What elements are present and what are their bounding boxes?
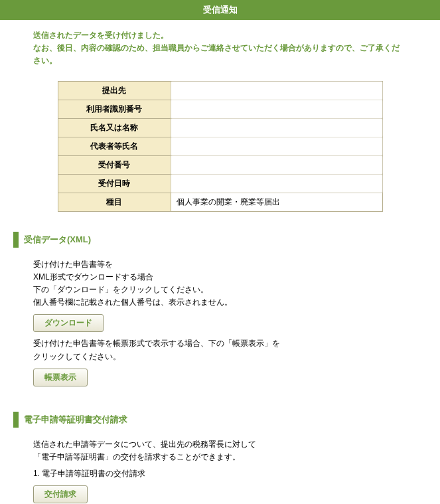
section-xml-body: 受け付けた申告書等を XML形式でダウンロードする場合 下の「ダウンロード」をク… xyxy=(0,258,440,398)
table-row: 受付番号 xyxy=(58,155,382,174)
reception-table: 提出先 利用者識別番号 氏名又は名称 代表者等氏名 受付番号 受付日時 種目 個… xyxy=(58,81,383,212)
table-label: 受付番号 xyxy=(58,155,171,174)
table-row: 氏名又は名称 xyxy=(58,118,382,137)
intro-block: 送信されたデータを受け付けました。 なお、後日、内容の確認のため、担当職員からご… xyxy=(0,20,440,81)
table-value xyxy=(171,155,382,174)
display-form-button[interactable]: 帳票表示 xyxy=(33,369,88,386)
request-cert-button[interactable]: 交付請求 xyxy=(33,485,88,503)
table-row: 利用者識別番号 xyxy=(58,100,382,118)
section-cert-body: 送信された申請等データについて、提出先の税務署長に対して 「電子申請等証明書」の… xyxy=(0,438,440,504)
table-value xyxy=(171,100,382,118)
table-row: 代表者等氏名 xyxy=(58,137,382,155)
cert-item1: 1. 電子申請等証明書の交付請求 xyxy=(33,467,440,480)
table-value xyxy=(171,137,382,155)
table-label: 受付日時 xyxy=(58,174,171,193)
xml-text-line: 個人番号欄に記載された個人番号は、表示されません。 xyxy=(33,296,440,309)
section-xml-title: 受信データ(XML) xyxy=(13,232,440,248)
section-cert-title: 電子申請等証明書交付請求 xyxy=(13,412,440,428)
page-header: 受信通知 xyxy=(0,0,440,20)
intro-line2: なお、後日、内容の確認のため、担当職員からご連絡させていただく場合がありますので… xyxy=(33,42,407,67)
table-label: 代表者等氏名 xyxy=(58,137,171,155)
download-xml-button[interactable]: ダウンロード xyxy=(33,314,104,332)
table-value xyxy=(171,118,382,137)
table-label: 種目 xyxy=(58,193,171,211)
table-row: 種目 個人事業の開業・廃業等届出 xyxy=(58,193,382,211)
table-value: 個人事業の開業・廃業等届出 xyxy=(171,193,382,211)
table-value xyxy=(171,174,382,193)
table-value xyxy=(171,81,382,100)
table-label: 氏名又は名称 xyxy=(58,118,171,137)
xml-text2-line: 受け付けた申告書等を帳票形式で表示する場合、下の「帳票表示」を xyxy=(33,337,440,350)
table-row: 提出先 xyxy=(58,81,382,100)
table-label: 利用者識別番号 xyxy=(58,100,171,118)
page-title: 受信通知 xyxy=(203,5,238,15)
table-label: 提出先 xyxy=(58,81,171,100)
table-row: 受付日時 xyxy=(58,174,382,193)
intro-line1: 送信されたデータを受け付けました。 xyxy=(33,29,407,42)
cert-text-line: 送信された申請等データについて、提出先の税務署長に対して xyxy=(33,438,440,451)
cert-text-line: 「電子申請等証明書」の交付を請求することができます。 xyxy=(33,451,440,463)
xml-text-line: 受け付けた申告書等を xyxy=(33,258,440,271)
xml-text-line: 下の「ダウンロード」をクリックしてください。 xyxy=(33,284,440,296)
xml-text-line: XML形式でダウンロードする場合 xyxy=(33,271,440,284)
xml-text2-line: クリックしてください。 xyxy=(33,351,440,363)
